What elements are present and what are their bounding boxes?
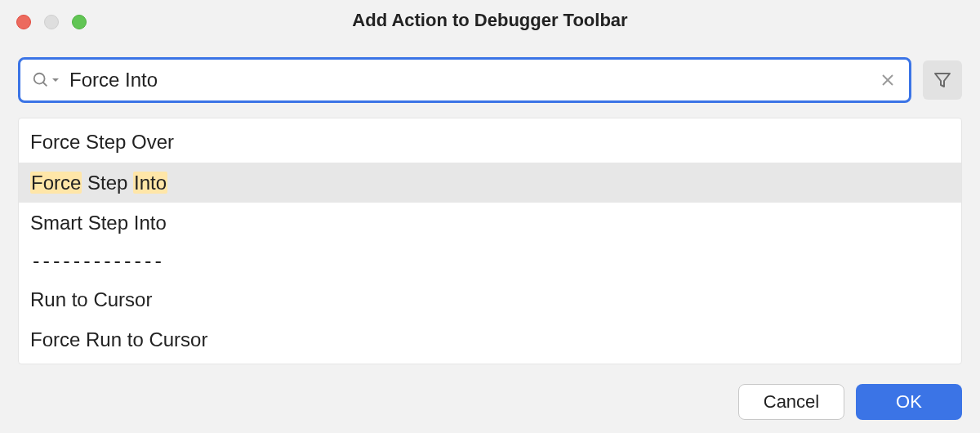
match-highlight: Force bbox=[30, 172, 82, 194]
ok-button[interactable]: OK bbox=[856, 384, 962, 420]
filter-button[interactable] bbox=[923, 60, 962, 100]
clear-search-button[interactable] bbox=[878, 70, 898, 90]
svg-point-0 bbox=[34, 74, 45, 84]
results-separator: ------------- bbox=[19, 243, 961, 279]
titlebar: Add Action to Debugger Toolbar bbox=[0, 0, 980, 41]
search-icon[interactable] bbox=[32, 71, 60, 89]
result-item[interactable]: Force Run to Cursor bbox=[19, 319, 961, 360]
close-window-button[interactable] bbox=[16, 15, 31, 29]
zoom-window-button[interactable] bbox=[72, 15, 87, 29]
window-controls bbox=[16, 15, 87, 29]
svg-line-1 bbox=[43, 83, 47, 87]
result-item-selected[interactable]: Force Step Into bbox=[19, 163, 961, 203]
result-item[interactable]: Smart Step Into bbox=[19, 203, 961, 243]
result-item[interactable]: Run to Cursor bbox=[19, 279, 961, 320]
result-item[interactable]: Force Step Over bbox=[19, 122, 961, 163]
search-row bbox=[0, 41, 980, 111]
search-field-wrapper[interactable] bbox=[18, 57, 911, 103]
match-highlight: Into bbox=[133, 172, 167, 194]
cancel-button[interactable]: Cancel bbox=[738, 384, 844, 420]
dialog-footer: Cancel OK bbox=[738, 384, 962, 420]
minimize-window-button[interactable] bbox=[44, 15, 59, 29]
search-input[interactable] bbox=[69, 60, 878, 100]
results-list: Force Step Over Force Step Into Smart St… bbox=[18, 118, 962, 364]
window-title: Add Action to Debugger Toolbar bbox=[0, 10, 980, 31]
